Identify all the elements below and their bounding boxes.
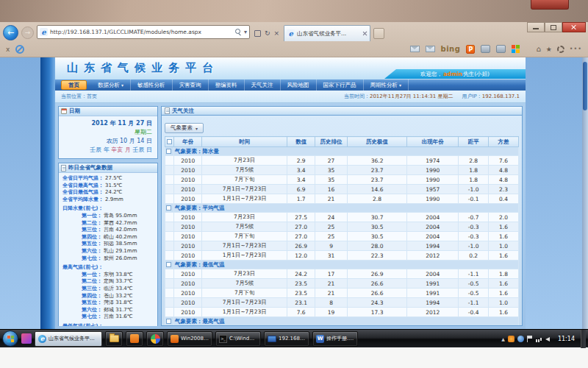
rank-label: 第三位：: [82, 286, 102, 291]
cell: 2010: [174, 298, 202, 308]
tray-app-icon[interactable]: [508, 336, 514, 342]
table-row[interactable]: 20107月1日~7月23日26.9928.01994-1.01.0: [165, 241, 519, 251]
group-expand-cell[interactable]: [165, 317, 174, 326]
stop-icon[interactable]: ×: [274, 29, 280, 37]
cell: -1.1: [459, 298, 489, 308]
start-button[interactable]: [2, 330, 18, 347]
table-row[interactable]: 20107月下旬3.43523.719901.84.8: [165, 175, 519, 185]
table-row[interactable]: 20107月1日~7月23日23.1824.31994-1.11.0: [165, 298, 519, 308]
clock[interactable]: 11:14: [558, 336, 575, 342]
taskbar-button-word[interactable]: W操作手册.docx ...: [312, 331, 358, 347]
new-tab-button[interactable]: [373, 28, 384, 39]
nav-item-home[interactable]: 首页: [61, 80, 87, 90]
tray-network-app-icon[interactable]: [517, 336, 524, 342]
gear-icon[interactable]: [557, 46, 564, 53]
volume-icon[interactable]: [545, 336, 552, 342]
table-row[interactable]: 20107月5候27.02530.52004-0.31.6: [165, 222, 519, 232]
group-title: 气象要素：最高气温: [174, 317, 519, 326]
table-row[interactable]: 20101月1日~7月23日12.03122.320120.21.6: [165, 251, 519, 261]
cell: 1.6: [489, 222, 519, 232]
group-expand-cell[interactable]: [165, 261, 174, 269]
addon-2-icon[interactable]: [496, 45, 506, 53]
rank-label: 第五位：: [82, 300, 102, 305]
table-row[interactable]: 20107月1日~7月23日6.91614.61957-1.02.3: [165, 185, 519, 194]
compatibility-view-icon[interactable]: [254, 30, 261, 37]
table-group-row[interactable]: 气象要素：最低气温: [165, 261, 519, 269]
action-center-flag-icon[interactable]: [527, 336, 533, 342]
msn-icon[interactable]: [512, 45, 520, 53]
table-row[interactable]: 20107月下旬23.52126.61991-0.51.6: [165, 289, 519, 298]
table-group-row[interactable]: 气象要素：最高气温: [165, 317, 519, 326]
home-icon[interactable]: ⌂: [536, 45, 540, 53]
table-row[interactable]: 20101月1日~7月23日1.7212.81990-0.10.4: [165, 194, 519, 204]
close-button[interactable]: [562, 22, 586, 32]
back-button[interactable]: ←: [3, 25, 18, 40]
group-expand-cell[interactable]: [165, 204, 174, 213]
taskbar-button-app1[interactable]: [126, 331, 143, 347]
table-body: 气象要素：降水量20107月23日2.92736.219742.87.62010…: [165, 147, 519, 327]
table-group-row[interactable]: 气象要素：降水量: [165, 147, 519, 156]
address-bar[interactable]: e http://192.168.137.1/GLCCLIMATE/module…: [37, 25, 250, 39]
table-row[interactable]: 20107月23日27.52430.72004-0.72.0: [165, 213, 519, 222]
checkbox-icon[interactable]: [167, 139, 172, 144]
expand-icon[interactable]: [166, 205, 171, 210]
expand-icon[interactable]: [166, 149, 171, 154]
nav-item-sensitivity-analysis[interactable]: 敏感性分析: [131, 79, 173, 91]
bing-addon-icon[interactable]: P: [466, 45, 475, 54]
table-row[interactable]: 20107月23日24.21726.92004-1.11.8: [165, 269, 519, 279]
mail-2-icon[interactable]: [426, 46, 435, 52]
refresh-icon[interactable]: ↻: [265, 29, 270, 37]
maximize-button[interactable]: [545, 22, 562, 32]
panel-icon: [165, 107, 170, 114]
expand-icon[interactable]: [166, 319, 171, 324]
favorites-star-icon[interactable]: ★: [546, 46, 552, 53]
rank-value: 定陶 33.7℃: [104, 278, 133, 284]
element-selector-button[interactable]: 气象要素 ▾: [165, 123, 204, 133]
addon-icon[interactable]: [481, 45, 490, 53]
tab-close-icon[interactable]: [362, 31, 368, 36]
row-select-cell: [165, 279, 174, 289]
table-row[interactable]: 20107月23日2.92736.219742.87.6: [165, 156, 519, 166]
nav-item-data-analysis[interactable]: 数据分析▾: [91, 79, 131, 91]
sidebar: 日期 2012 年 11 月 27 日 星期二 农历 10 月 14 日 壬辰 …: [58, 106, 158, 326]
mail-icon[interactable]: [410, 46, 420, 52]
taskbar-button-media[interactable]: [146, 331, 164, 347]
taskbar-button-cmd[interactable]: >_C:\Windows\s...: [215, 331, 261, 347]
taskbar-button-explorer[interactable]: [105, 331, 123, 347]
nav-item-compiled-data[interactable]: 整编资料: [209, 79, 245, 91]
taskbar-button-rdp[interactable]: 192.168.59.99...: [264, 331, 309, 347]
show-desktop-button[interactable]: [581, 330, 586, 348]
pinned-app-icon[interactable]: [21, 333, 32, 344]
nav-item-national-products[interactable]: 国家下行产品: [317, 79, 364, 91]
bing-logo[interactable]: bing: [441, 45, 461, 53]
nav-item-disaster-query[interactable]: 灾害查询: [173, 79, 209, 91]
stat-label: 全省日最低气温：: [62, 189, 104, 195]
blocked-content-icon[interactable]: [15, 45, 24, 54]
hidden-icons-arrow[interactable]: ▲: [501, 336, 505, 342]
search-icon[interactable]: [235, 29, 242, 35]
url-text[interactable]: http://192.168.137.1/GLCCLIMATE/modules/…: [50, 29, 233, 35]
network-bars-icon[interactable]: [536, 336, 542, 342]
autocomplete-dropdown-icon[interactable]: ▾: [244, 29, 247, 35]
table-row[interactable]: 20101月1日~7月23日7.61917.32012-0.41.6: [165, 308, 519, 317]
table-row[interactable]: 20107月23日31.52936.31955,1951-0.32.5: [165, 326, 519, 327]
scrollbar-thumb[interactable]: [583, 62, 587, 110]
table-row[interactable]: 20107月下旬27.02530.52004-0.31.6: [165, 232, 519, 241]
nav-item-periodic-analysis[interactable]: 周期性分析▾: [364, 79, 409, 91]
expand-icon[interactable]: [166, 262, 171, 267]
nav-item-risk-map[interactable]: 风险地图: [281, 79, 317, 91]
background-window-close-button[interactable]: [531, 0, 569, 10]
toolbar-close-icon[interactable]: x: [6, 46, 10, 53]
vertical-scrollbar[interactable]: [582, 57, 588, 329]
taskbar-button-vm[interactable]: Win2008 (VS2...: [167, 331, 212, 347]
table-group-row[interactable]: 气象要素：平均气温: [165, 204, 519, 213]
taskbar-button-ie[interactable]: e 山东省气候业务平...: [35, 331, 102, 347]
table-row[interactable]: 20107月5候3.43523.719901.84.8: [165, 166, 519, 175]
forward-button[interactable]: →: [21, 26, 34, 39]
browser-tab[interactable]: e 山东省气候业务平...: [284, 25, 370, 41]
nav-item-weather-focus[interactable]: 天气关注: [245, 79, 281, 91]
minimize-button[interactable]: [527, 22, 545, 32]
table-row[interactable]: 20107月5候23.52126.61991-0.51.6: [165, 279, 519, 289]
group-expand-cell[interactable]: [165, 147, 174, 156]
overflow-dots-icon[interactable]: •••: [570, 46, 582, 52]
